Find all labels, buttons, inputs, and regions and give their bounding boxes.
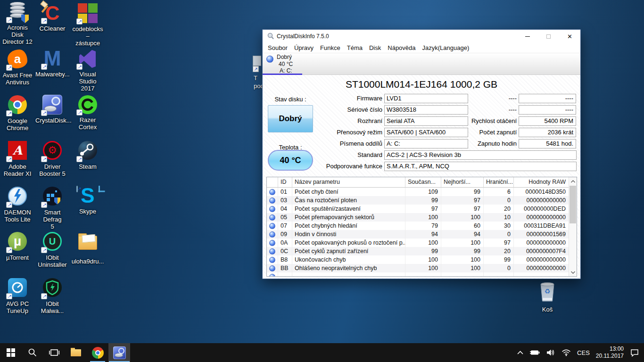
- wifi-tray-icon[interactable]: [561, 349, 571, 356]
- language-indicator[interactable]: CES: [577, 349, 590, 356]
- table-body: 01Počet chyb čtení10999600000148D350 03Č…: [267, 188, 577, 277]
- desktop-icon-utorrent[interactable]: µ↗ µTorrent: [0, 231, 34, 262]
- close-button[interactable]: ✕: [559, 30, 580, 43]
- file-explorer-button[interactable]: [65, 343, 87, 362]
- desktop-icon-daemon-tools[interactable]: ↗ DAEMON Tools Lite: [0, 186, 34, 223]
- acronis-icon: ↗: [6, 2, 29, 23]
- icon-label: CCleaner: [35, 25, 69, 33]
- window-title: CrystalDiskInfo 7.5.0: [277, 33, 517, 40]
- speaker-icon: [546, 349, 555, 356]
- desktop-icon-iobit-uninstaller[interactable]: U↗ IObit Uninstaller: [35, 231, 69, 269]
- shortcut-arrow-icon: ↗: [76, 64, 83, 70]
- disk-status: Dobrý: [277, 54, 293, 61]
- menu-napoveda[interactable]: Nápověda: [384, 44, 419, 51]
- desktop-icon-smart-defrag[interactable]: ↗ Smart Defrag 5: [35, 186, 69, 230]
- health-dot-icon: [269, 240, 275, 246]
- desktop-icon-steam[interactable]: ↗ Steam: [71, 140, 105, 171]
- menu-bar: Soubor Úpravy Funkce Téma Disk Nápověda …: [263, 43, 580, 53]
- field-label: Přenosový režim: [291, 128, 382, 137]
- wifi-icon: [561, 349, 571, 356]
- smart-row[interactable]: 09Hodin v činnosti94940000000001569: [267, 230, 577, 239]
- menu-funkce[interactable]: Funkce: [317, 44, 344, 51]
- shortcut-arrow-icon: ↗: [253, 66, 259, 72]
- desktop-icon-avast[interactable]: a↗ Avast Free Antivirus: [0, 49, 34, 86]
- col-id[interactable]: ID: [278, 177, 292, 187]
- icon-label: AVG PC TuneUp: [0, 301, 34, 315]
- smart-row[interactable]: 0APočet opakovaných pokusů o roztočení p…: [267, 239, 577, 247]
- utorrent-icon: µ↗: [6, 232, 29, 253]
- smart-row[interactable]: 07Počet chybných hledání796030000311DBEA…: [267, 222, 577, 230]
- table-scrollbar[interactable]: [569, 177, 577, 276]
- tray-expand-button[interactable]: [517, 351, 523, 355]
- col-name[interactable]: Název parametru: [292, 177, 405, 187]
- iobit-malware-fighter-icon: ↗: [41, 278, 64, 299]
- start-button[interactable]: [0, 343, 22, 362]
- standard-value: ACS-2 | ACS-3 Revision 3b: [384, 150, 577, 160]
- field-label: Zapnuto hodin: [442, 139, 517, 148]
- smart-row[interactable]: 01Počet chyb čtení10999600000148D350: [267, 188, 577, 196]
- crystaldiskinfo-icon: ↗: [41, 95, 64, 115]
- shortcut-arrow-icon: ↗: [76, 186, 78, 192]
- desktop-icon-adobe-reader[interactable]: A↗ Adobe Reader XI: [0, 140, 34, 178]
- menu-soubor[interactable]: Soubor: [264, 44, 291, 51]
- tray-clock[interactable]: 13:00 20.11.2017: [596, 346, 624, 360]
- steam-icon: ↗: [76, 141, 99, 162]
- power-on-count-value: 2036 krát: [519, 128, 576, 137]
- desktop-icon-iobit-malware-fighter[interactable]: ↗ IObit Malwa...: [35, 277, 69, 315]
- shortcut-arrow-icon: ↗: [41, 293, 47, 299]
- smart-row[interactable]: B8Ukončovacích chyb10010099000000000000: [267, 255, 577, 264]
- smart-row[interactable]: BBOhlášeno neopravitelných chyb100100000…: [267, 264, 577, 272]
- battery-tray-icon[interactable]: [529, 349, 540, 356]
- scroll-thumb[interactable]: [570, 186, 576, 223]
- windows-logo-icon: [7, 348, 15, 357]
- task-view-button[interactable]: [43, 343, 65, 362]
- disk-selector-band[interactable]: Dobrý 40 °C A: C:: [263, 53, 580, 75]
- icon-label: Malwareby...: [35, 71, 69, 78]
- col-threshold[interactable]: Hraniční...: [484, 177, 514, 187]
- desktop-icon-codeblocks[interactable]: ↗ codeblocks – zástupce: [71, 3, 105, 47]
- desktop-icon-razer-cortex[interactable]: ↗ Razer Cortex: [71, 94, 105, 131]
- col-worst[interactable]: Nejhorší...: [441, 177, 484, 187]
- scroll-down-icon[interactable]: [569, 268, 577, 276]
- smart-row[interactable]: 03Čas na roztočení ploten999700000000000…: [267, 196, 577, 205]
- smart-row[interactable]: 05Počet přemapovaných sektorů10010010000…: [267, 213, 577, 222]
- search-button[interactable]: [22, 343, 43, 362]
- icon-label: Steam: [71, 164, 105, 171]
- chrome-taskbar-button[interactable]: [87, 343, 108, 362]
- health-dot-icon: [269, 214, 275, 221]
- desktop-icon-chrome[interactable]: ↗ Google Chrome: [0, 94, 34, 132]
- scroll-up-icon[interactable]: [569, 177, 577, 185]
- desktop-icon-ccleaner[interactable]: C↗ CCleaner: [35, 3, 69, 33]
- desktop-icon-malwarebytes[interactable]: M↗ Malwareby...: [35, 49, 69, 78]
- menu-jazyk[interactable]: Jazyk(Language): [419, 44, 473, 51]
- health-dot-icon: [269, 189, 275, 195]
- crystaldiskinfo-taskbar-button[interactable]: [108, 343, 130, 362]
- desktop-icon-skype[interactable]: S↗ Skype: [71, 186, 105, 215]
- col-current[interactable]: Současn...: [405, 177, 441, 187]
- volume-tray-icon[interactable]: [546, 349, 555, 356]
- desktop-icon-driver-booster[interactable]: ⚙↗ Driver Booster 5: [35, 140, 69, 178]
- smart-row-partial[interactable]: [267, 272, 577, 277]
- action-center-button[interactable]: [630, 348, 639, 357]
- col-raw[interactable]: Hodnoty RAW: [514, 177, 569, 187]
- recycle-bin[interactable]: ♻ Koš: [533, 281, 562, 313]
- desktop-icon-acronis[interactable]: ↗ Acronis Disk Director 12: [0, 3, 34, 46]
- menu-tema[interactable]: Téma: [344, 44, 366, 51]
- menu-upravy[interactable]: Úpravy: [291, 44, 317, 51]
- features-value: S.M.A.R.T., APM, NCQ: [384, 162, 577, 171]
- icon-label: Acronis Disk Director 12: [0, 25, 34, 46]
- adobe-reader-icon: A↗: [6, 141, 29, 162]
- maximize-button[interactable]: [538, 30, 559, 43]
- desktop-icon-avg-tuneup[interactable]: ↗ AVG PC TuneUp: [0, 277, 34, 315]
- health-dot-icon: [269, 248, 275, 255]
- menu-disk[interactable]: Disk: [366, 44, 384, 51]
- minimize-button[interactable]: [517, 30, 538, 43]
- desktop-icon-crystaldiskinfo[interactable]: ↗ CrystalDisk...: [35, 94, 69, 124]
- folder-icon: [71, 349, 81, 356]
- smart-row[interactable]: 04Počet spuštění/zastavení97972000000000…: [267, 205, 577, 213]
- clock-time: 13:00: [610, 346, 624, 353]
- smart-row[interactable]: 0CPočet cyklů zapnutí zařízení9999200000…: [267, 247, 577, 255]
- desktop-icon-folder-uloha9dru[interactable]: uloha9dru...: [71, 231, 105, 265]
- taskbar: CES 13:00 20.11.2017: [0, 343, 644, 362]
- desktop-icon-visual-studio[interactable]: ↗ Visual Studio 2017: [71, 49, 105, 92]
